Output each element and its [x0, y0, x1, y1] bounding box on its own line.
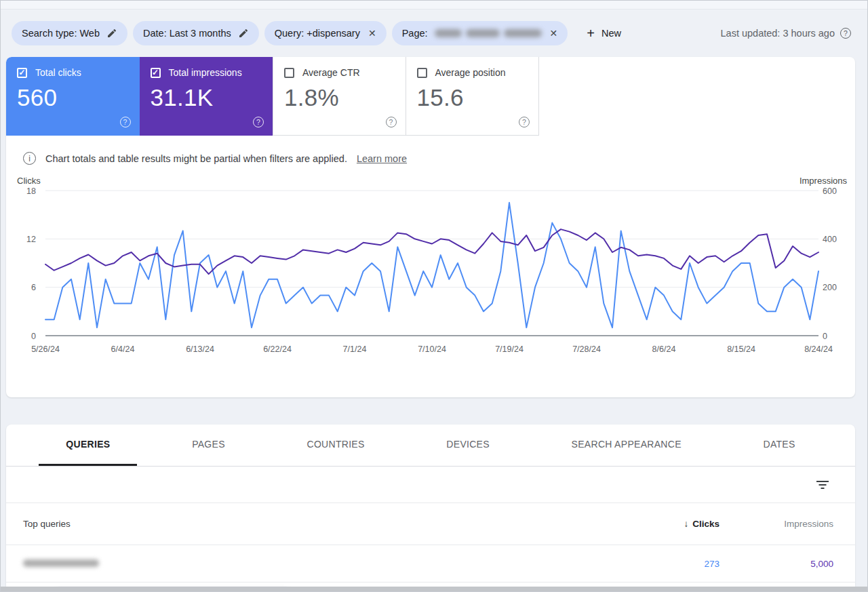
checkbox-checked-icon[interactable]: ✓	[151, 68, 161, 78]
svg-text:7/1/24: 7/1/24	[343, 344, 367, 354]
checkbox-checked-icon[interactable]: ✓	[17, 68, 27, 78]
svg-text:18: 18	[26, 186, 36, 196]
tab-queries[interactable]: QUERIES	[39, 425, 137, 466]
svg-text:6/22/24: 6/22/24	[263, 344, 292, 354]
svg-text:5/26/24: 5/26/24	[31, 344, 60, 354]
chip-label: Search type: Web	[22, 28, 100, 39]
search-console-performance-screen: Search type: Web Date: Last 3 months Que…	[0, 0, 868, 592]
tab-pages[interactable]: PAGES	[165, 425, 252, 466]
tab-dates[interactable]: DATES	[736, 425, 823, 466]
help-icon[interactable]: ?	[519, 117, 530, 127]
metric-label: Average CTR	[302, 67, 360, 78]
help-icon[interactable]: ?	[386, 117, 397, 127]
svg-text:12: 12	[26, 235, 36, 244]
learn-more-link[interactable]: Learn more	[357, 153, 407, 164]
tab-devices[interactable]: DEVICES	[419, 425, 517, 466]
column-header-impressions[interactable]: Impressions	[719, 519, 855, 529]
metric-label: Average position	[435, 67, 506, 78]
column-header-top-queries: Top queries	[6, 519, 594, 529]
svg-text:0: 0	[31, 332, 36, 341]
partial-results-notice: i Chart totals and table results might b…	[23, 152, 855, 165]
svg-text:400: 400	[823, 235, 837, 244]
metric-card-total-clicks[interactable]: ✓ Total clicks 560 ?	[6, 57, 140, 136]
table-filter-row	[6, 467, 855, 503]
metric-label: Total impressions	[169, 67, 242, 78]
performance-chart-area[interactable]: 0612180200400600ClicksImpressions5/26/24…	[6, 177, 855, 359]
chip-label: Page:	[402, 28, 428, 39]
last-updated: Last updated: 3 hours ago ?	[721, 28, 852, 39]
notice-text: Chart totals and table results might be …	[45, 153, 347, 164]
tab-search-appearance[interactable]: SEARCH APPEARANCE	[545, 425, 709, 466]
filter-chip-search-type[interactable]: Search type: Web	[12, 21, 127, 45]
chip-label: Date: Last 3 months	[143, 28, 231, 39]
new-filter-label: New	[601, 28, 621, 39]
performance-panel: ✓ Total clicks 560 ? ✓ Total impressions…	[6, 57, 855, 397]
new-filter-button[interactable]: + New	[580, 26, 628, 40]
last-updated-text: Last updated: 3 hours ago	[721, 28, 835, 39]
svg-text:6/4/24: 6/4/24	[111, 344, 135, 354]
svg-text:Clicks: Clicks	[17, 177, 41, 186]
svg-text:6: 6	[31, 283, 36, 292]
svg-text:Impressions: Impressions	[800, 177, 848, 186]
svg-text:8/6/24: 8/6/24	[652, 344, 676, 354]
metric-card-average-ctr[interactable]: Average CTR 1.8% ?	[273, 57, 406, 136]
checkbox-unchecked-icon[interactable]	[417, 68, 427, 78]
metric-cards-row: ✓ Total clicks 560 ? ✓ Total impressions…	[6, 57, 855, 136]
filter-icon[interactable]	[816, 478, 829, 492]
query-cell-redacted	[6, 559, 594, 569]
metric-card-average-position[interactable]: Average position 15.6 ?	[406, 57, 540, 136]
bottom-scrollbar[interactable]	[1, 587, 867, 591]
dimension-tabs: QUERIES PAGES COUNTRIES DEVICES SEARCH A…	[6, 425, 855, 467]
table-row[interactable]: 273 5,000	[6, 545, 855, 583]
svg-text:0: 0	[823, 332, 827, 341]
help-icon[interactable]: ?	[840, 28, 851, 39]
svg-text:8/24/24: 8/24/24	[804, 344, 833, 354]
close-icon[interactable]: ✕	[367, 28, 376, 39]
filter-chip-query[interactable]: Query: +dispensary ✕	[264, 21, 387, 45]
table-header-row: Top queries ↓Clicks Impressions	[6, 503, 855, 545]
metric-card-total-impressions[interactable]: ✓ Total impressions 31.1K ?	[140, 57, 273, 136]
info-icon: i	[23, 152, 36, 165]
close-icon[interactable]: ✕	[549, 28, 558, 39]
svg-text:6/13/24: 6/13/24	[186, 344, 214, 354]
sort-descending-icon: ↓	[684, 519, 688, 529]
filter-bar: Search type: Web Date: Last 3 months Que…	[1, 9, 867, 57]
svg-text:7/28/24: 7/28/24	[572, 344, 601, 354]
metric-value: 1.8%	[284, 84, 395, 111]
metric-value: 31.1K	[151, 84, 262, 111]
metric-value: 15.6	[417, 84, 528, 111]
dimensions-panel: QUERIES PAGES COUNTRIES DEVICES SEARCH A…	[6, 425, 855, 592]
tab-countries[interactable]: COUNTRIES	[280, 425, 392, 466]
svg-text:8/15/24: 8/15/24	[727, 344, 755, 354]
help-icon[interactable]: ?	[120, 117, 131, 127]
svg-text:200: 200	[823, 283, 837, 292]
checkbox-unchecked-icon[interactable]	[284, 68, 294, 78]
plus-icon: +	[587, 26, 595, 40]
svg-text:600: 600	[823, 186, 837, 196]
impressions-cell: 5,000	[719, 559, 855, 569]
svg-text:7/10/24: 7/10/24	[418, 344, 446, 354]
svg-text:7/19/24: 7/19/24	[495, 344, 524, 354]
edit-icon[interactable]	[106, 28, 117, 39]
performance-chart[interactable]: 0612180200400600ClicksImpressions5/26/24…	[6, 177, 855, 356]
metric-value: 560	[17, 84, 129, 111]
redacted-page-url	[435, 29, 542, 37]
filter-chip-date[interactable]: Date: Last 3 months	[133, 21, 259, 45]
edit-icon[interactable]	[238, 28, 249, 39]
filter-chip-page[interactable]: Page: ✕	[392, 21, 568, 45]
help-icon[interactable]: ?	[253, 117, 264, 127]
column-header-clicks[interactable]: ↓Clicks	[594, 519, 719, 529]
chip-label: Query: +dispensary	[275, 28, 360, 39]
metric-row-spacer	[539, 57, 855, 136]
top-strip	[1, 1, 867, 9]
clicks-cell: 273	[594, 559, 719, 569]
metric-label: Total clicks	[35, 67, 81, 78]
